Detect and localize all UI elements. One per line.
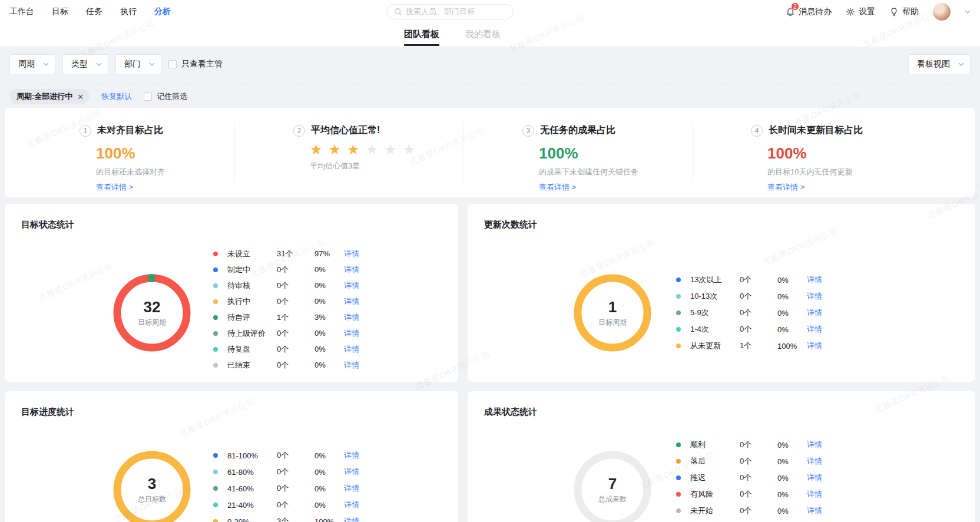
panel-title: 目标进度统计 bbox=[21, 407, 74, 418]
legend-detail-link[interactable]: 详情 bbox=[344, 249, 359, 259]
legend-detail-link[interactable]: 详情 bbox=[344, 483, 359, 494]
nav-analysis[interactable]: 分析 bbox=[154, 6, 171, 17]
legend-dot bbox=[676, 294, 681, 299]
legend-detail-link[interactable]: 详情 bbox=[807, 308, 822, 318]
card-index-badge: 3 bbox=[522, 125, 534, 137]
period-filter-tag-label: 周期:全部进行中 bbox=[16, 91, 72, 102]
legend-detail-link[interactable]: 详情 bbox=[807, 489, 822, 500]
legend-label: 落后 bbox=[690, 456, 740, 467]
board-tabs: 团队看板 我的看板 bbox=[0, 24, 980, 47]
overview-cards: 1 未对齐目标占比 100% 的目标还未选择对齐 查看详情 > 2 平均信心值正… bbox=[5, 108, 975, 197]
help-button[interactable]: 帮助 bbox=[889, 6, 919, 17]
legend-percent: 0% bbox=[314, 484, 344, 493]
legend-detail-link[interactable]: 详情 bbox=[344, 312, 359, 323]
help-label: 帮助 bbox=[902, 6, 919, 17]
messages-label: 消息待办 bbox=[799, 6, 832, 17]
nav-execution[interactable]: 执行 bbox=[120, 6, 137, 17]
legend-count: 0个 bbox=[740, 324, 777, 335]
legend-count: 0个 bbox=[740, 291, 777, 302]
messages-button[interactable]: 2 消息待办 bbox=[786, 6, 832, 17]
nav-tasks[interactable]: 任务 bbox=[86, 6, 102, 17]
type-dropdown-label: 类型 bbox=[71, 59, 88, 70]
legend-detail-link[interactable]: 详情 bbox=[807, 440, 822, 450]
tab-my-board[interactable]: 我的看板 bbox=[465, 24, 501, 47]
update-count-legend: 13次以上0个0%详情10-13次0个0%详情5-9次0个0%详情1-4次0个0… bbox=[676, 272, 822, 354]
legend-detail-link[interactable]: 详情 bbox=[344, 265, 359, 275]
legend-percent: 0% bbox=[314, 361, 344, 369]
legend-detail-link[interactable]: 详情 bbox=[344, 344, 359, 355]
legend-detail-link[interactable]: 详情 bbox=[344, 450, 359, 461]
legend-detail-link[interactable]: 详情 bbox=[344, 500, 359, 510]
panel-update-count: 更新次数统计 1 目标周期 13次以上0个0%详情10-13次0个0%详情5-9… bbox=[468, 204, 975, 382]
nav-workbench[interactable]: 工作台 bbox=[9, 6, 34, 17]
only-supervisor-checkbox[interactable]: 只查看主管 bbox=[168, 59, 223, 70]
legend-detail-link[interactable]: 详情 bbox=[344, 296, 359, 307]
legend-detail-link[interactable]: 详情 bbox=[807, 456, 822, 467]
legend-count: 0个 bbox=[277, 280, 314, 291]
legend-detail-link[interactable]: 详情 bbox=[807, 324, 822, 335]
legend-detail-link[interactable]: 详情 bbox=[807, 341, 822, 351]
legend-row: 推迟0个0%详情 bbox=[676, 470, 822, 486]
legend-dot bbox=[676, 508, 681, 513]
legend-count: 0个 bbox=[740, 275, 777, 285]
close-icon[interactable]: ✕ bbox=[77, 92, 84, 101]
remember-filters-checkbox[interactable]: 记住筛选 bbox=[144, 91, 187, 102]
legend-row: 顺利0个0%详情 bbox=[676, 437, 822, 453]
legend-dot bbox=[213, 315, 218, 320]
legend-detail-link[interactable]: 详情 bbox=[344, 516, 359, 522]
legend-detail-link[interactable]: 详情 bbox=[807, 506, 822, 516]
legend-dot bbox=[213, 267, 218, 272]
chevron-down-icon bbox=[958, 62, 964, 66]
legend-percent: 97% bbox=[314, 249, 344, 258]
legend-detail-link[interactable]: 详情 bbox=[807, 473, 822, 483]
topbar-right: 2 消息待办 设置 帮助 bbox=[786, 3, 971, 21]
legend-detail-link[interactable]: 详情 bbox=[344, 360, 359, 371]
legend-percent: 0% bbox=[314, 281, 344, 290]
legend-detail-link[interactable]: 详情 bbox=[807, 275, 822, 285]
nav-goals[interactable]: 目标 bbox=[52, 6, 68, 17]
result-status-legend: 顺利0个0%详情落后0个0%详情推迟0个0%详情有风险0个0%详情未开始0个0%… bbox=[676, 437, 822, 519]
avatar[interactable] bbox=[933, 3, 951, 21]
board-view-dropdown[interactable]: 看板视图 bbox=[908, 54, 971, 74]
type-dropdown[interactable]: 类型 bbox=[62, 54, 108, 74]
legend-percent: 0% bbox=[777, 292, 807, 301]
legend-label: 41-60% bbox=[227, 484, 277, 493]
legend-count: 0个 bbox=[740, 489, 777, 500]
legend-label: 待审核 bbox=[227, 280, 277, 291]
legend-label: 从未更新 bbox=[690, 341, 740, 351]
view-details-link[interactable]: 查看详情 > bbox=[539, 182, 576, 193]
legend-label: 执行中 bbox=[227, 296, 277, 307]
legend-count: 0个 bbox=[277, 483, 314, 494]
goal-progress-donut-chart: 3 总目标数 bbox=[113, 451, 191, 522]
legend-detail-link[interactable]: 详情 bbox=[344, 280, 359, 291]
legend-detail-link[interactable]: 详情 bbox=[807, 291, 822, 302]
legend-dot bbox=[213, 347, 218, 352]
legend-detail-link[interactable]: 详情 bbox=[344, 467, 359, 477]
chevron-down-icon bbox=[43, 62, 49, 66]
department-dropdown[interactable]: 部门 bbox=[115, 54, 161, 74]
search-input[interactable]: 搜索人员、部门目标 bbox=[386, 4, 514, 19]
legend-dot bbox=[676, 459, 681, 464]
settings-button[interactable]: 设置 bbox=[846, 6, 875, 17]
period-filter-tag[interactable]: 周期:全部进行中 ✕ bbox=[9, 89, 90, 104]
legend-label: 待自评 bbox=[227, 312, 277, 323]
legend-label: 未开始 bbox=[690, 506, 740, 516]
legend-percent: 0% bbox=[314, 297, 344, 306]
legend-row: 待审核0个0%详情 bbox=[213, 277, 359, 293]
board-view-label: 看板视图 bbox=[917, 59, 950, 70]
legend-count: 1个 bbox=[740, 341, 777, 351]
period-dropdown[interactable]: 周期 bbox=[9, 54, 55, 74]
lightbulb-icon bbox=[889, 7, 899, 16]
legend-detail-link[interactable]: 详情 bbox=[344, 328, 359, 339]
tab-team-board[interactable]: 团队看板 bbox=[404, 24, 439, 47]
settings-label: 设置 bbox=[859, 6, 875, 17]
card-index-badge: 4 bbox=[751, 125, 763, 137]
legend-percent: 0% bbox=[314, 468, 344, 477]
reset-filters-link[interactable]: 恢复默认 bbox=[101, 91, 132, 102]
view-details-link[interactable]: 查看详情 > bbox=[96, 182, 133, 193]
legend-count: 0个 bbox=[277, 296, 314, 307]
chevron-down-icon[interactable] bbox=[965, 10, 971, 14]
legend-count: 0个 bbox=[740, 506, 777, 516]
view-details-link[interactable]: 查看详情 > bbox=[767, 182, 804, 193]
stat-card-unaligned-goals: 1 未对齐目标占比 100% 的目标还未选择对齐 查看详情 > bbox=[5, 108, 234, 197]
